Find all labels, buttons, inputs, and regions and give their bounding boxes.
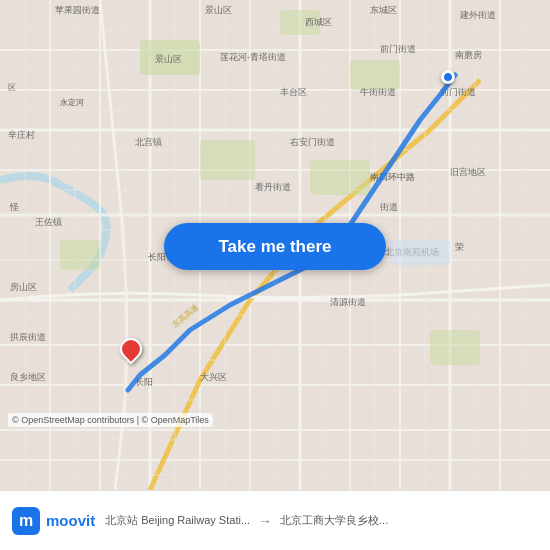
svg-text:清源街道: 清源街道 <box>330 297 366 307</box>
svg-rect-86 <box>390 240 450 265</box>
svg-text:看丹街道: 看丹街道 <box>255 182 291 192</box>
svg-text:丰台区: 丰台区 <box>280 87 307 97</box>
bottom-bar: m moovit 北京站 Beijing Railway Stati... → … <box>0 490 550 550</box>
arrow-icon: → <box>258 513 272 529</box>
svg-text:南磨房: 南磨房 <box>455 50 482 60</box>
moovit-logo-text: moovit <box>46 512 95 529</box>
to-label: 北京工商大学良乡校... <box>280 513 388 528</box>
svg-text:街道: 街道 <box>380 202 398 212</box>
svg-text:牛街街道: 牛街街道 <box>360 87 396 97</box>
svg-text:东城区: 东城区 <box>370 5 397 15</box>
svg-text:永定河: 永定河 <box>60 98 84 107</box>
map-container: 苹果园街道 景山区 西城区 东城区 建外街道 景山区 莲花河-青塔街道 前门街道… <box>0 0 550 490</box>
svg-text:房山区: 房山区 <box>10 282 37 292</box>
svg-rect-51 <box>430 330 480 365</box>
svg-rect-49 <box>60 240 100 270</box>
moovit-logo-icon: m <box>12 507 40 535</box>
svg-text:景山区: 景山区 <box>205 5 232 15</box>
svg-text:怪: 怪 <box>9 202 19 212</box>
map-attribution: © OpenStreetMap contributors | © OpenMap… <box>8 413 213 427</box>
svg-text:旧宫地区: 旧宫地区 <box>450 167 486 177</box>
svg-text:景山区: 景山区 <box>155 54 182 64</box>
svg-text:莲花河-青塔街道: 莲花河-青塔街道 <box>220 52 286 62</box>
svg-text:建外街道: 建外街道 <box>459 10 496 20</box>
svg-text:前门街道: 前门街道 <box>380 44 416 54</box>
svg-text:拱辰街道: 拱辰街道 <box>10 332 46 342</box>
svg-rect-47 <box>350 60 400 90</box>
moovit-logo: m moovit <box>12 507 95 535</box>
from-label: 北京站 Beijing Railway Stati... <box>105 513 250 528</box>
svg-text:王佐镇: 王佐镇 <box>35 217 62 227</box>
svg-text:荣: 荣 <box>455 242 464 252</box>
svg-text:右安门街道: 右安门街道 <box>290 137 335 147</box>
svg-text:大兴区: 大兴区 <box>200 372 227 382</box>
svg-text:辛庄村: 辛庄村 <box>8 130 35 140</box>
svg-text:良乡地区: 良乡地区 <box>10 372 46 382</box>
start-pin <box>441 70 455 84</box>
destination-pin <box>120 338 142 360</box>
svg-rect-50 <box>310 160 370 195</box>
svg-text:苹果园街道: 苹果园街道 <box>55 5 100 15</box>
take-me-there-button[interactable]: Take me there <box>164 223 386 270</box>
route-info: 北京站 Beijing Railway Stati... → 北京工商大学良乡校… <box>95 513 538 529</box>
svg-rect-48 <box>200 140 255 180</box>
svg-text:北宫镇: 北宫镇 <box>135 137 162 147</box>
svg-text:西城区: 西城区 <box>305 17 332 27</box>
svg-text:区: 区 <box>8 83 16 92</box>
